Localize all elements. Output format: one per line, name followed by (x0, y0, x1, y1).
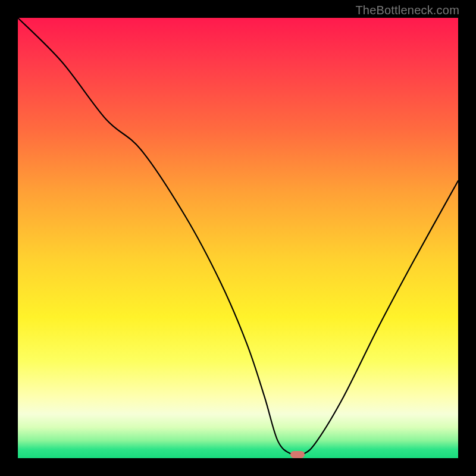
curve-svg (18, 18, 458, 458)
optimal-marker (290, 451, 305, 458)
bottleneck-curve (18, 18, 458, 455)
plot-area (18, 18, 458, 458)
watermark-text: TheBottleneck.com (355, 4, 459, 17)
chart-frame: TheBottleneck.com (0, 0, 476, 476)
